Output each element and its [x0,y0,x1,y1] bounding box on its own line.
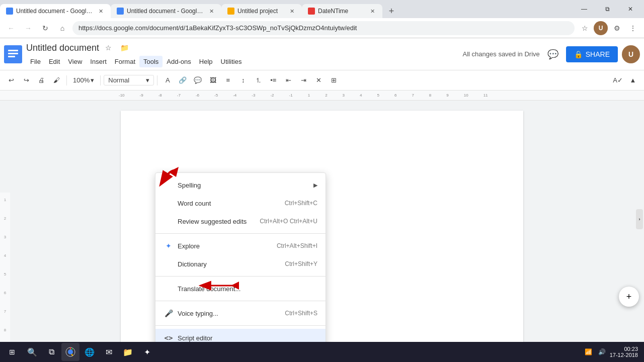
image-button[interactable]: 🖼 [206,73,220,87]
doc-title-area: Untitled document ☆ 📁 File Edit View Ins… [26,41,246,67]
table-button[interactable]: ⊞ [327,73,341,87]
close-button[interactable]: ✕ [619,0,642,18]
menu-review-edits[interactable]: Review suggested edits Ctrl+Alt+O Ctrl+A… [155,212,326,230]
tab-close-1[interactable]: ✕ [97,7,105,15]
tab-close-2[interactable]: ✕ [207,7,215,15]
word-count-label: Word count [178,200,281,207]
menu-view[interactable]: View [64,56,86,67]
menu-dots-button[interactable]: ⋮ [626,21,640,35]
taskbar-task-view[interactable]: ⧉ [42,343,60,361]
gdocs-logo [4,45,22,63]
menu-voice-typing[interactable]: 🎤 Voice typing... Ctrl+Shift+S [155,304,326,322]
folder-icon[interactable]: 📁 [117,41,131,55]
taskbar-extra[interactable]: ✦ [138,343,156,361]
explore-fab[interactable]: + [619,287,639,307]
reload-button[interactable]: ↻ [38,21,52,35]
tab-label-4: DateNTime [318,8,365,15]
tab-4[interactable]: DateNTime ✕ [302,4,382,18]
doc-menu: File Edit View Insert Format Tools Add-o… [26,56,246,67]
minimize-button[interactable]: — [573,0,596,18]
sidebar-collapse-button[interactable]: › [636,209,643,229]
menu-format[interactable]: Format [111,56,139,67]
numbered-list-button[interactable]: ⒈ [251,73,265,87]
menu-tools[interactable]: Tools [139,56,163,67]
share-button[interactable]: 🔒 SHARE [566,46,618,62]
doc-title[interactable]: Untitled document [26,43,99,53]
new-tab-button[interactable]: + [384,4,398,18]
menu-help[interactable]: Help [195,56,217,67]
tab-label-1: Untitled document - Google Doc... [16,8,94,15]
taskbar-edge[interactable]: 🌐 [80,343,99,361]
menu-dictionary[interactable]: Dictionary Ctrl+Shift+Y [155,255,326,273]
script-editor-icon: <> [164,333,174,342]
highlight-button[interactable]: A [160,73,175,87]
menu-script-editor[interactable]: <> Script editor [155,329,326,342]
spelling-label: Spelling [178,182,309,189]
tab-3[interactable]: Untitled project ✕ [221,4,302,18]
menu-file[interactable]: File [26,56,45,67]
home-button[interactable]: ⌂ [55,21,69,35]
menu-divider-1 [155,233,326,234]
zoom-selector[interactable]: 100% ▾ [70,75,97,85]
tab-close-3[interactable]: ✕ [288,7,296,15]
toolbar: ↩ ↪ 🖨 🖌 100% ▾ Normal ▾ A 🔗 💬 🖼 ≡ ↕ ⒈ •≡… [0,70,644,90]
clear-format-button[interactable]: ✕ [311,73,326,87]
link-button[interactable]: 🔗 [176,73,190,87]
profile-button[interactable]: U [594,21,608,35]
menu-utilities[interactable]: Utilities [217,56,246,67]
indent-decrease-button[interactable]: ⇤ [281,73,295,87]
bookmark-button[interactable]: ☆ [578,21,592,35]
forward-button[interactable]: → [21,21,35,35]
tab-favicon-4 [308,8,315,15]
explore-toolbar-button[interactable]: ▲ [626,73,640,87]
tab-1[interactable]: Untitled document - Google Doc... ✕ [0,4,111,18]
saved-status: All changes saved in Drive [463,50,540,58]
star-icon[interactable]: ☆ [101,41,115,55]
svg-point-9 [68,349,73,354]
review-edits-label: Review suggested edits [178,218,256,225]
explore-icon: ✦ [164,241,174,251]
line-spacing-button[interactable]: ↕ [236,73,250,87]
extensions-button[interactable]: ⚙ [610,21,624,35]
menu-translate[interactable]: Translate document... [155,280,326,298]
paint-format-button[interactable]: 🖌 [49,73,63,87]
taskbar-folder[interactable]: 📁 [119,343,137,361]
toolbar-divider-3 [157,75,157,85]
taskbar-chrome[interactable] [61,343,79,361]
menu-explore[interactable]: ✦ Explore Ctrl+Alt+Shift+I [155,237,326,255]
comments-button[interactable]: 💬 [544,45,562,63]
url-input[interactable] [72,21,575,35]
menu-spelling[interactable]: Spelling ▶ [155,176,326,194]
style-selector[interactable]: Normal ▾ [104,75,154,85]
align-button[interactable]: ≡ [221,73,235,87]
taskbar-mail[interactable]: ✉ [100,343,118,361]
word-count-shortcut: Ctrl+Shift+C [285,200,317,207]
indent-increase-button[interactable]: ⇥ [296,73,310,87]
tab-label-2: Untitled document - Google Doc... [127,8,204,15]
explore-fab-button[interactable]: + [619,287,639,307]
tab-close-4[interactable]: ✕ [368,7,376,15]
menu-word-count[interactable]: Word count Ctrl+Shift+C [155,194,326,212]
print-button[interactable]: 🖨 [34,73,48,87]
taskbar-search[interactable]: 🔍 [23,343,41,361]
translate-icon [164,284,174,294]
maximize-button[interactable]: ⧉ [596,0,619,18]
app-bar: Untitled document ☆ 📁 File Edit View Ins… [0,38,644,70]
spelling-button[interactable]: A✓ [611,73,625,87]
undo-button[interactable]: ↩ [4,73,18,87]
start-button[interactable]: ⊞ [2,343,22,361]
menu-edit[interactable]: Edit [45,56,64,67]
bullet-list-button[interactable]: •≡ [266,73,280,87]
svg-line-12 [71,354,72,356]
explore-shortcut: Ctrl+Alt+Shift+I [277,242,317,249]
menu-insert[interactable]: Insert [86,56,111,67]
user-avatar[interactable]: U [622,45,640,63]
toolbar-divider-2 [100,75,101,85]
title-bar: Untitled document - Google Doc... ✕ Unti… [0,0,644,18]
tab-2[interactable]: Untitled document - Google Doc... ✕ [111,4,221,18]
window-controls: — ⧉ ✕ [573,0,644,18]
comment-inline-button[interactable]: 💬 [191,73,205,87]
redo-button[interactable]: ↪ [19,73,33,87]
back-button[interactable]: ← [4,21,18,35]
menu-addons[interactable]: Add-ons [163,56,195,67]
